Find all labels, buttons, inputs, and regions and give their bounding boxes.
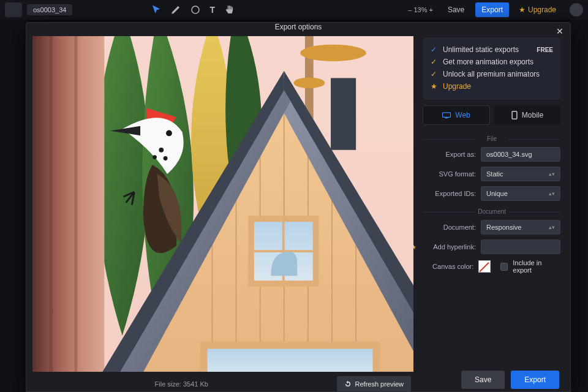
- chevron-updown-icon: ▴▾: [549, 172, 555, 177]
- promo-line3: Unlock all premium animators: [443, 70, 540, 78]
- svg-rect-34: [512, 111, 517, 119]
- export-as-label: Export as:: [423, 151, 476, 158]
- hyperlink-input[interactable]: [481, 239, 560, 254]
- promo-line2: Get more animation exports: [443, 58, 533, 66]
- svg-point-3: [300, 45, 366, 61]
- preview-illustration: [32, 36, 413, 372]
- preview-canvas: [32, 36, 413, 372]
- file-size-label: File size: 3541 Kb: [35, 380, 328, 388]
- export-modal: Export options ✕: [26, 22, 571, 392]
- upgrade-link[interactable]: Upgrade: [443, 82, 471, 91]
- check-icon: ✓: [431, 58, 438, 66]
- star-icon: ★: [431, 82, 438, 91]
- mobile-icon: [511, 111, 518, 119]
- promo-line1: Unlimited static exports: [443, 45, 519, 54]
- preview-column: File size: 3541 Kb Refresh preview: [26, 31, 416, 392]
- document-label: Document:: [423, 224, 476, 231]
- svg-format-label: SVG format:: [423, 170, 476, 178]
- svg-rect-33: [445, 118, 448, 118]
- canvas-color-swatch[interactable]: [478, 260, 490, 273]
- exported-ids-label: Exported IDs:: [423, 190, 476, 197]
- svg-point-27: [166, 130, 172, 137]
- document-select[interactable]: Responsive▴▾: [481, 220, 560, 235]
- svg-rect-6: [49, 36, 53, 372]
- svg-rect-7: [74, 36, 77, 372]
- svg-point-31: [164, 156, 168, 160]
- svg-point-30: [153, 155, 157, 159]
- svg-point-29: [159, 148, 164, 153]
- modal-overlay: Export options ✕: [0, 0, 588, 392]
- exported-ids-select[interactable]: Unique▴▾: [481, 186, 560, 201]
- svg-rect-32: [443, 112, 451, 117]
- svg-rect-26: [208, 349, 373, 372]
- modal-header: Export options ✕: [26, 23, 570, 31]
- modal-save-button[interactable]: Save: [461, 371, 505, 389]
- section-file: File: [423, 135, 560, 142]
- export-as-input[interactable]: os0003_34.svg: [481, 147, 560, 162]
- monitor-icon: [442, 112, 451, 119]
- svg-rect-5: [32, 36, 104, 372]
- chevron-updown-icon: ▴▾: [549, 225, 555, 230]
- svg-rect-20: [331, 78, 356, 149]
- check-icon: ✓: [431, 45, 438, 54]
- section-document: Document: [423, 208, 560, 215]
- options-column: ✓Unlimited static exports FREE ✓Get more…: [416, 31, 570, 392]
- modal-export-button[interactable]: Export: [511, 371, 559, 389]
- platform-tab-web[interactable]: Web: [423, 106, 489, 124]
- chevron-updown-icon: ▴▾: [549, 191, 555, 197]
- include-export-label: Include in export: [513, 259, 560, 274]
- platform-tab-mobile[interactable]: Mobile: [494, 106, 560, 124]
- modal-title: Export options: [275, 23, 322, 31]
- canvas-color-label: Canvas color:: [423, 263, 474, 270]
- refresh-preview-button[interactable]: Refresh preview: [337, 376, 411, 392]
- svg-point-4: [293, 77, 325, 88]
- svg-format-select[interactable]: Static▴▾: [481, 167, 560, 181]
- check-icon: ✓: [431, 70, 438, 78]
- refresh-icon: [344, 380, 352, 388]
- promo-box: ✓Unlimited static exports FREE ✓Get more…: [423, 37, 560, 100]
- include-export-checkbox[interactable]: [500, 263, 508, 271]
- hyperlink-label: Add hyperlink:: [423, 243, 476, 251]
- close-icon[interactable]: ✕: [554, 26, 565, 37]
- free-badge: FREE: [537, 47, 553, 53]
